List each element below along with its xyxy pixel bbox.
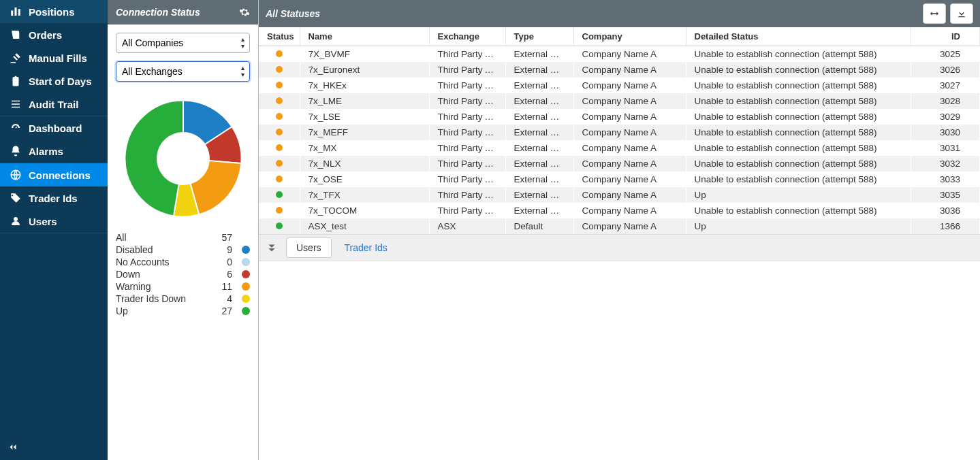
name-cell: ASX_test <box>300 218 429 234</box>
exchange-cell: Third Party Algo <box>429 93 505 109</box>
sidebar-item-sod[interactable]: Start of Days <box>0 69 108 93</box>
status-cell <box>259 187 300 203</box>
type-cell: External Connecti... <box>505 78 573 93</box>
legend-label: Up <box>116 306 206 316</box>
sidebar-item-manualfills[interactable]: Manual Fills <box>0 46 108 69</box>
status-cell <box>259 62 300 78</box>
exchanges-select-wrap: All Exchanges ▴▾ <box>116 61 250 82</box>
table-header-row: StatusNameExchangeTypeCompanyDetailed St… <box>259 27 980 46</box>
status-dot-icon <box>276 223 283 229</box>
legend-row[interactable]: Down 6 <box>116 268 250 280</box>
sidebar-item-traderids[interactable]: Trader Ids <box>0 186 108 210</box>
sidebar-item-label: Orders <box>29 29 62 41</box>
connections-table-wrap: StatusNameExchangeTypeCompanyDetailed St… <box>259 27 980 234</box>
legend-swatch <box>242 307 250 315</box>
id-cell: 3036 <box>911 203 980 218</box>
tag-icon <box>10 192 22 204</box>
column-header[interactable]: Exchange <box>429 27 505 46</box>
legend-swatch <box>242 295 250 303</box>
company-cell: Company Name A <box>573 46 686 63</box>
gear-icon[interactable] <box>239 7 250 18</box>
name-cell: 7x_Euronext <box>300 62 429 78</box>
table-row[interactable]: 7x_LME Third Party Algo External Connect… <box>259 93 980 109</box>
column-header[interactable]: Type <box>505 27 573 46</box>
table-row[interactable]: 7x_TOCOM Third Party Algo External Conne… <box>259 203 980 218</box>
export-button[interactable] <box>950 3 973 24</box>
svg-rect-0 <box>11 11 13 16</box>
chevrons-down-icon[interactable] <box>264 240 279 255</box>
legend-count: 11 <box>212 281 232 292</box>
legend-row[interactable]: No Accounts 0 <box>116 256 250 268</box>
sidebar-item-connections[interactable]: Connections <box>0 163 108 186</box>
company-cell: Company Name A <box>573 140 686 156</box>
column-header[interactable]: Status <box>259 27 300 46</box>
status-cell <box>259 46 300 63</box>
table-row[interactable]: 7x_NLX Third Party Algo External Connect… <box>259 156 980 171</box>
detailed-status-cell: Unable to establish connection (attempt … <box>686 46 911 63</box>
autosize-columns-button[interactable] <box>923 3 946 24</box>
legend-swatch <box>242 258 250 266</box>
legend-swatch <box>242 233 250 242</box>
table-row[interactable]: 7x_HKEx Third Party Algo External Connec… <box>259 78 980 93</box>
id-cell: 3031 <box>911 140 980 156</box>
status-cell <box>259 218 300 234</box>
id-cell: 3033 <box>911 171 980 187</box>
legend-row[interactable]: All 57 <box>116 231 250 244</box>
legend-row[interactable]: Warning 11 <box>116 280 250 293</box>
subtab-users[interactable]: Users <box>286 237 332 258</box>
status-dot-icon <box>276 207 283 214</box>
column-header[interactable]: Detailed Status <box>686 27 911 46</box>
legend-count: 27 <box>212 306 232 316</box>
company-cell: Company Name A <box>573 93 686 109</box>
sidebar: PositionsOrdersManual FillsStart of Days… <box>0 0 108 460</box>
sidebar-item-positions[interactable]: Positions <box>0 0 108 23</box>
legend-swatch <box>242 246 250 254</box>
companies-select[interactable]: All Companies <box>116 33 250 53</box>
sidebar-item-audit[interactable]: Audit Trail <box>0 93 108 116</box>
exchanges-select[interactable]: All Exchanges <box>116 61 250 82</box>
table-row[interactable]: 7x_OSE Third Party Algo External Connect… <box>259 171 980 187</box>
sidebar-item-label: Trader Ids <box>29 193 78 204</box>
sidebar-item-label: Alarms <box>29 146 63 157</box>
sidebar-item-orders[interactable]: Orders <box>0 23 108 46</box>
status-dot-icon <box>276 191 283 198</box>
sidebar-item-dashboard[interactable]: Dashboard <box>0 116 108 139</box>
detailed-status-cell: Unable to establish connection (attempt … <box>686 171 911 187</box>
table-row[interactable]: 7x_TFX Third Party Algo External Connect… <box>259 187 980 203</box>
legend-row[interactable]: Up 27 <box>116 305 250 317</box>
status-cell <box>259 140 300 156</box>
table-row[interactable]: 7x_LSE Third Party Algo External Connect… <box>259 109 980 125</box>
sidebar-item-users[interactable]: Users <box>0 210 108 233</box>
subtab-trader-ids[interactable]: Trader Ids <box>334 237 398 258</box>
legend-count: 6 <box>212 269 232 280</box>
name-cell: 7x_OSE <box>300 171 429 187</box>
table-body: 7X_BVMF Third Party Algo External Connec… <box>259 46 980 235</box>
table-row[interactable]: 7x_MEFF Third Party Algo External Connec… <box>259 125 980 140</box>
exchange-cell: Third Party Algo <box>429 187 505 203</box>
table-row[interactable]: ASX_test ASX Default Company Name A Up 1… <box>259 218 980 234</box>
legend-row[interactable]: Disabled 9 <box>116 244 250 256</box>
type-cell: External Connecti... <box>505 46 573 63</box>
sidebar-item-alarms[interactable]: Alarms <box>0 139 108 163</box>
id-cell: 1366 <box>911 218 980 234</box>
table-row[interactable]: 7x_MX Third Party Algo External Connecti… <box>259 140 980 156</box>
user-icon <box>10 215 22 227</box>
donut-slice[interactable] <box>125 101 183 216</box>
type-cell: External Connecti... <box>505 62 573 78</box>
detailed-status-cell: Unable to establish connection (attempt … <box>686 109 911 125</box>
donut-slice[interactable] <box>190 161 241 214</box>
company-cell: Company Name A <box>573 78 686 93</box>
column-header[interactable]: Name <box>300 27 429 46</box>
status-cell <box>259 93 300 109</box>
legend-label: No Accounts <box>116 257 206 267</box>
column-header[interactable]: Company <box>573 27 686 46</box>
legend-count: 57 <box>212 232 232 243</box>
legend-row[interactable]: Trader Ids Down 4 <box>116 293 250 305</box>
table-row[interactable]: 7x_Euronext Third Party Algo External Co… <box>259 62 980 78</box>
sidebar-item-label: Manual Fills <box>29 52 87 64</box>
table-row[interactable]: 7X_BVMF Third Party Algo External Connec… <box>259 46 980 63</box>
column-header[interactable]: ID <box>911 27 980 46</box>
sidebar-collapse-button[interactable] <box>0 434 108 460</box>
status-dot-icon <box>276 113 283 120</box>
id-cell: 3029 <box>911 109 980 125</box>
